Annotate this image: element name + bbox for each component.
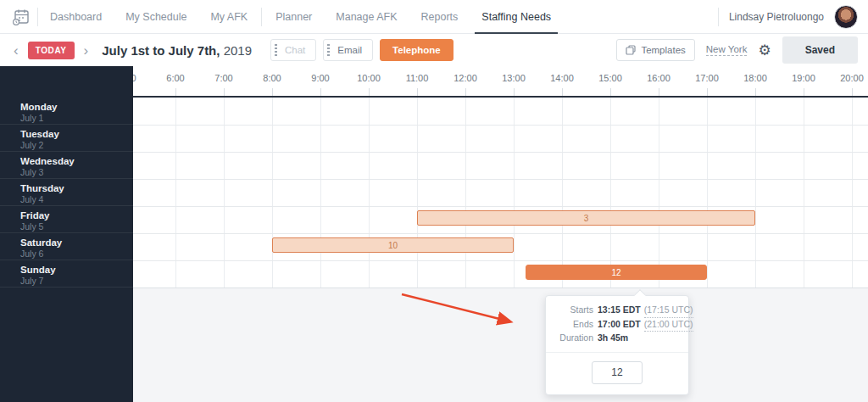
channel-buttons: ChatEmailTelephone [264, 39, 453, 61]
starts-label: Starts [551, 304, 593, 318]
time-tick [369, 88, 370, 96]
shift-bar-friday[interactable]: 3 [417, 210, 755, 226]
grid-lower-background [133, 288, 868, 402]
ends-utc-link[interactable]: (21:00 UTC) [644, 318, 693, 332]
hour-gridline [852, 98, 853, 288]
day-name: Thursday [20, 182, 133, 194]
time-label-9-00: 9:00 [311, 73, 329, 83]
duration-label: Duration [551, 332, 593, 345]
time-tick [272, 88, 273, 96]
starts-utc-link[interactable]: (17:15 UTC) [644, 304, 693, 318]
user-avatar[interactable] [834, 5, 858, 29]
time-label-19-00: 19:00 [792, 73, 815, 83]
day-row-saturday: SaturdayJuly 6 [0, 233, 133, 260]
hour-gridline [417, 98, 418, 288]
time-tick [175, 88, 176, 96]
time-label-17-00: 17:00 [695, 73, 719, 83]
time-tick [852, 88, 853, 96]
ends-label: Ends [551, 318, 593, 332]
tooltip-starts-row: Starts 13:15 EDT (17:15 UTC) [551, 304, 682, 318]
templates-icon [626, 45, 636, 55]
nav-item-reports[interactable]: Reports [409, 0, 470, 33]
schedule-grid[interactable] [133, 98, 868, 288]
day-row-tuesday: TuesdayJuly 2 [0, 125, 133, 152]
staffing-needs-app: DashboardMy ScheduleMy AFKPlannerManage … [0, 0, 868, 402]
nav-item-my-afk[interactable]: My AFK [198, 0, 259, 33]
day-name: Friday [20, 209, 133, 221]
timezone-link[interactable]: New York [706, 44, 748, 56]
hour-gridline [610, 98, 611, 288]
day-row-friday: FridayJuly 5 [0, 206, 133, 233]
hour-gridline [755, 98, 756, 288]
nav-user-area: Lindsay Pietroluongo [718, 0, 868, 33]
time-label-11-00: 11:00 [406, 73, 429, 83]
hour-gridline [804, 98, 804, 288]
duration-value: 3h 45m [598, 332, 628, 345]
day-name: Saturday [20, 237, 133, 248]
nav-item-manage-afk[interactable]: Manage AFK [324, 0, 409, 33]
time-tick [514, 88, 515, 96]
day-name: Monday [20, 101, 133, 113]
day-date: July 6 [20, 248, 133, 260]
channel-button-telephone[interactable]: Telephone [380, 39, 453, 61]
time-tick [707, 88, 708, 96]
tooltip-ends-row: Ends 17:00 EDT (21:00 UTC) [551, 318, 682, 332]
time-label-15-00: 15:00 [598, 73, 622, 83]
tooltip-duration-row: Duration 3h 45m [551, 332, 682, 345]
time-label-10-00: 10:00 [357, 73, 381, 83]
time-label-18-00: 18:00 [743, 73, 767, 83]
today-button[interactable]: TODAY [28, 42, 75, 59]
time-tick [659, 88, 659, 96]
templates-label: Templates [641, 45, 685, 55]
day-date: July 2 [20, 140, 133, 151]
time-tick [562, 88, 563, 96]
hour-gridline [175, 98, 176, 288]
time-label-6-00: 6:00 [166, 73, 184, 83]
channel-button-chat[interactable]: Chat [270, 39, 316, 61]
nav-section-divider [261, 8, 262, 26]
starts-value: 13:15 EDT [598, 304, 641, 318]
time-tick [224, 88, 225, 96]
hour-gridline [514, 98, 515, 288]
chevron-left-icon[interactable]: ‹ [10, 42, 22, 59]
shift-bar-sunday[interactable]: 12 [526, 265, 707, 280]
nav-item-planner[interactable]: Planner [264, 0, 324, 33]
nav-item-dashboard[interactable]: Dashboard [38, 0, 114, 33]
chevron-right-icon[interactable]: › [81, 42, 92, 59]
nav-item-staffing-needs[interactable]: Staffing Needs [470, 0, 563, 33]
staffing-count-input[interactable] [592, 361, 643, 384]
grid-bottom-border [133, 288, 868, 288]
day-name: Wednesday [20, 155, 133, 167]
day-row-wednesday: WednesdayJuly 3 [0, 152, 133, 179]
ends-value: 17:00 EDT [598, 318, 641, 332]
tooltip-details: Starts 13:15 EDT (17:15 UTC) Ends 17:00 … [546, 296, 688, 352]
templates-button[interactable]: Templates [616, 39, 694, 61]
nav-user-divider [718, 8, 719, 26]
schedule-logo-icon[interactable] [12, 8, 31, 26]
time-tick [804, 88, 804, 96]
time-label-8-00: 8:00 [263, 73, 281, 83]
saved-button[interactable]: Saved [782, 36, 858, 64]
day-row-monday: MondayJuly 1 [0, 98, 133, 125]
date-range-title: July 1st to July 7th, 2019 [102, 43, 252, 58]
hour-gridline [224, 98, 225, 288]
channel-button-email[interactable]: Email [323, 39, 373, 61]
hour-gridline [562, 98, 563, 288]
schedule-toolbar: ‹ TODAY › July 1st to July 7th, 2019 Cha… [0, 34, 868, 66]
shift-bar-saturday[interactable]: 10 [272, 237, 514, 253]
top-nav: DashboardMy ScheduleMy AFKPlannerManage … [0, 0, 868, 34]
date-range-year: 2019 [224, 43, 252, 58]
day-date: July 4 [20, 194, 133, 205]
tooltip-input-area [546, 353, 688, 394]
nav-item-my-schedule[interactable]: My Schedule [114, 0, 198, 33]
row-gridline [133, 152, 868, 153]
settings-gear-icon[interactable]: ⚙ [758, 43, 771, 58]
day-date: July 5 [20, 221, 133, 232]
time-tick [465, 88, 466, 96]
time-label-14-00: 14:00 [550, 73, 574, 83]
user-name[interactable]: Lindsay Pietroluongo [729, 11, 824, 23]
day-sidebar: MondayJuly 1TuesdayJuly 2WednesdayJuly 3… [0, 66, 133, 402]
day-row-sunday: SundayJuly 7 [0, 260, 133, 288]
row-gridline [133, 233, 868, 234]
time-label-16-00: 16:00 [647, 73, 670, 83]
